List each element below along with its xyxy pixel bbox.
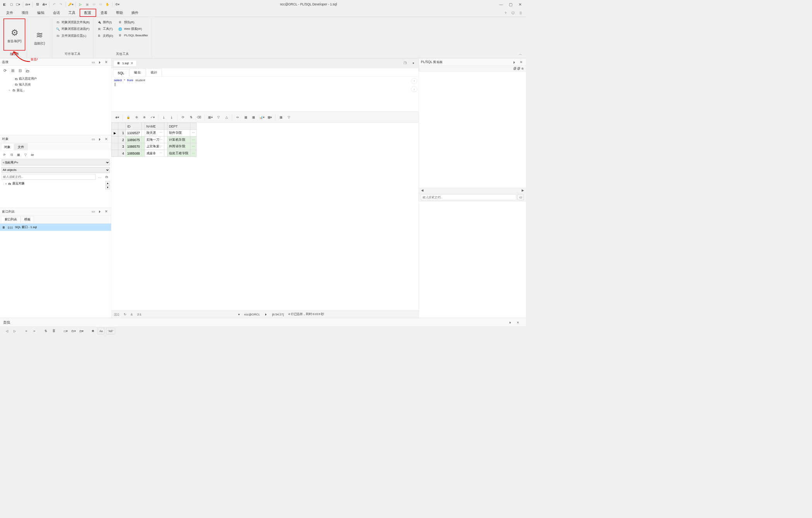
ob-filters-button[interactable]: 🔍对象浏览器过滤器(F) bbox=[54, 26, 92, 32]
sort-desc-icon[interactable]: △ bbox=[223, 114, 230, 120]
menu-configure[interactable]: 配置 bbox=[80, 9, 96, 17]
subtab-output[interactable]: 输出 bbox=[130, 68, 145, 76]
print-icon[interactable]: 🖶▾ bbox=[41, 2, 48, 8]
find-next-icon[interactable]: ▷ bbox=[12, 328, 18, 334]
whole-word-icon[interactable]: "AB" bbox=[106, 328, 115, 334]
preferences-button[interactable]: ⚙ 首选项(P) bbox=[3, 19, 25, 51]
scroll-down-icon[interactable]: ▼ bbox=[106, 185, 110, 189]
subtab-sql[interactable]: SQL bbox=[113, 69, 129, 77]
paste-icon[interactable]: 🗐 bbox=[517, 67, 520, 70]
single-record-icon[interactable]: ▦ bbox=[242, 114, 249, 120]
sql-editor[interactable]: select * from student | ↑ ↓ bbox=[111, 77, 419, 112]
tab-files[interactable]: 文件 bbox=[15, 143, 28, 150]
panel-close-icon[interactable]: ✕ bbox=[104, 59, 109, 65]
find-list-icon[interactable]: ≡ bbox=[23, 328, 30, 334]
menu-session[interactable]: 会话 bbox=[49, 9, 64, 17]
beautifier-button[interactable]: 🗎PL/SQL Beautifier bbox=[116, 32, 150, 38]
funnel-icon[interactable]: ▽ bbox=[286, 114, 292, 120]
document-tab[interactable]: 🗎 1.sql ✕ bbox=[113, 60, 136, 66]
db2-icon[interactable]: ⛁ bbox=[98, 2, 104, 8]
link-icon[interactable]: ⇔ bbox=[234, 114, 241, 120]
panel-close-icon[interactable]: ✕ bbox=[104, 209, 109, 214]
ribbon-collapse-icon[interactable]: ︿ bbox=[517, 51, 524, 57]
execute-icon[interactable]: ▷ bbox=[77, 2, 84, 8]
user-dropdown[interactable]: <当前用户> bbox=[2, 160, 110, 166]
tab-window-list[interactable]: 窗口列表 bbox=[1, 216, 21, 223]
report-button[interactable]: 🗎报告(R) bbox=[116, 19, 150, 25]
info-icon[interactable]: ⓘ bbox=[510, 10, 517, 16]
new-dropdown-icon[interactable]: ▢▾ bbox=[15, 2, 21, 8]
check-icon[interactable]: ✓▾ bbox=[149, 114, 156, 120]
question-icon[interactable]: ⍰ bbox=[517, 10, 524, 16]
collapse-icon[interactable]: ⊟ bbox=[9, 152, 15, 157]
scroll-up-icon[interactable]: ▲ bbox=[106, 181, 110, 185]
table-row[interactable]: 21089075归海一刀⋯计算机学院⋯ bbox=[112, 136, 196, 143]
connections-button[interactable]: ≋ 连接(C) bbox=[29, 19, 50, 55]
menu-plugin[interactable]: 插件 bbox=[127, 9, 143, 17]
refresh-icon[interactable]: ⟳ bbox=[2, 152, 8, 157]
target-icon[interactable]: ◈▾ bbox=[114, 114, 121, 120]
help-icon[interactable]: ? bbox=[502, 10, 509, 16]
folder-icon[interactable]: 🗁 bbox=[24, 67, 31, 74]
new-icon[interactable]: ▢ bbox=[8, 2, 14, 8]
menu-view[interactable]: 查看 bbox=[96, 9, 112, 17]
funnel-icon[interactable]: ▽ bbox=[22, 152, 29, 157]
ampersand-icon[interactable]: & bbox=[131, 313, 133, 316]
db-icon[interactable]: ⛁ bbox=[91, 2, 97, 8]
plus-icon[interactable]: ⊕ bbox=[133, 114, 140, 120]
copy-icon[interactable]: 🗐 bbox=[513, 67, 517, 70]
table-row[interactable]: 31086570上官海棠⋯外国语学院⋯ bbox=[112, 143, 196, 150]
docs-button[interactable]: 🗎文档(D) bbox=[95, 32, 115, 39]
file-locations-button[interactable]: 🗀文件浏览器位置(L) bbox=[54, 32, 92, 39]
sort-icon[interactable]: ⇅ bbox=[43, 328, 49, 334]
tree-input-history[interactable]: 🗀输入历史 bbox=[2, 82, 109, 87]
tab-close-icon[interactable]: ✕ bbox=[131, 61, 133, 65]
fetch-next-icon[interactable]: ⭳ bbox=[160, 114, 167, 120]
down-arrow-icon[interactable]: ↓ bbox=[411, 86, 417, 92]
tab-objects[interactable]: 对象 bbox=[1, 143, 14, 150]
copy-icon[interactable]: ▦▾ bbox=[207, 114, 214, 120]
open-icon[interactable]: 🗁▾ bbox=[25, 2, 31, 8]
tree-recent[interactable]: ›🗀最近... bbox=[2, 87, 109, 93]
menu-project[interactable]: 项目 bbox=[17, 9, 33, 17]
panel-pin-icon[interactable]: ⏵ bbox=[507, 319, 513, 325]
ellipsis-icon[interactable]: … bbox=[97, 174, 103, 180]
obj-recent-objects[interactable]: ›🗀最近对象 bbox=[1, 181, 105, 187]
filter-dropdown[interactable]: All objects bbox=[2, 167, 110, 173]
chart-icon[interactable]: 📊▾ bbox=[258, 114, 265, 120]
folder-icon[interactable]: 🗀▾ bbox=[70, 328, 77, 334]
clipboard-search-button[interactable]: ▭ bbox=[517, 194, 524, 200]
table-row[interactable]: 41085088成是非⋯信息工程学院⋯ bbox=[112, 150, 196, 157]
plugin-button[interactable]: 🔌插件(I) bbox=[95, 19, 115, 25]
export-icon[interactable]: ▦ bbox=[278, 114, 284, 120]
tools-button[interactable]: 🛠工具(T) bbox=[95, 26, 115, 32]
close-button[interactable]: ✕ bbox=[516, 2, 524, 8]
eraser-icon[interactable]: ⌫ bbox=[196, 114, 202, 120]
find-prev-icon[interactable]: ◁ bbox=[3, 328, 10, 334]
panel-pin-icon[interactable]: ⏵ bbox=[97, 59, 102, 65]
panel-close-icon[interactable]: ✕ bbox=[104, 136, 109, 141]
cancel-icon[interactable]: ⊗ bbox=[141, 114, 148, 120]
fetch-all-icon[interactable]: ⭳ bbox=[169, 114, 175, 120]
panel-window-icon[interactable]: ▭ bbox=[90, 59, 96, 65]
windows-icon[interactable]: ❐ bbox=[402, 60, 409, 67]
folder2-icon[interactable]: 🗀▾ bbox=[78, 328, 85, 334]
redo-icon[interactable]: ↷ bbox=[58, 2, 64, 8]
web-search-button[interactable]: 🌐Web 搜索(W) bbox=[116, 26, 150, 32]
refresh-icon[interactable]: ↻ bbox=[124, 313, 126, 316]
grid-icon[interactable]: ▦ bbox=[15, 152, 22, 157]
minimize-button[interactable]: — bbox=[497, 2, 505, 8]
layout-icon[interactable]: ▦▾ bbox=[266, 114, 273, 120]
recent-icon[interactable]: 🗀 bbox=[104, 174, 110, 180]
refresh-icon[interactable]: ⟳ bbox=[180, 114, 186, 120]
lock-icon[interactable]: 🔒 bbox=[125, 114, 132, 120]
tab-templates[interactable]: 模板 bbox=[20, 216, 34, 223]
clear-icon[interactable]: ⊗ bbox=[521, 67, 524, 70]
results-grid[interactable]: ID NAME DEPT ▶11109527段天涯⋯软件学院⋯21089075归… bbox=[111, 123, 419, 310]
marker-icon[interactable]: ▭▾ bbox=[62, 328, 69, 334]
objects-search-input[interactable] bbox=[2, 174, 96, 180]
undo-icon[interactable]: ↶ bbox=[51, 2, 57, 8]
star-icon[interactable]: ✱ bbox=[90, 328, 96, 334]
case-icon[interactable]: ≣ bbox=[51, 328, 57, 334]
tree-fixed-users[interactable]: 🗀载入固定用户 bbox=[2, 76, 109, 82]
